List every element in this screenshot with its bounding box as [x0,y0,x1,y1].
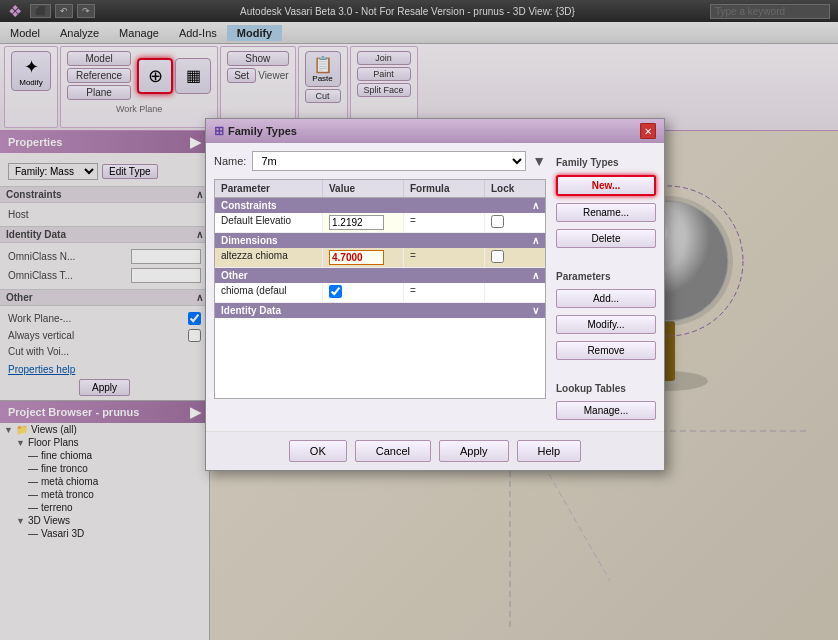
td-formula-elevation: = [404,213,485,232]
td-lock-altezza[interactable] [485,248,545,267]
identity-data-table-section[interactable]: Identity Data ∨ [215,303,545,318]
name-row: Name: 7m ▼ [214,151,546,171]
td-value-chioma[interactable] [323,283,404,302]
help-button[interactable]: Help [517,440,582,462]
other-table-icon: ∧ [532,270,539,281]
identity-data-table-icon: ∨ [532,305,539,316]
dialog-table-area: Name: 7m ▼ Parameter Value Formula Lock … [214,151,546,423]
col-value: Value [323,180,404,197]
td-formula-chioma: = [404,283,485,302]
name-label: Name: [214,155,246,167]
td-value-elevation[interactable] [323,213,404,232]
dimensions-table-label: Dimensions [221,235,278,246]
ok-button[interactable]: OK [289,440,347,462]
dialog-right-panel: Family Types New... Rename... Delete Par… [556,151,656,423]
dialog-titlebar: ⊞ Family Types ✕ [206,119,664,143]
col-formula: Formula [404,180,485,197]
table-header: Parameter Value Formula Lock [215,180,545,198]
table-empty-area [215,318,545,398]
constraints-table-label: Constraints [221,200,277,211]
identity-data-table-label: Identity Data [221,305,281,316]
constraint-row-1: Default Elevatio = [215,213,545,233]
family-types-dialog: ⊞ Family Types ✕ Name: 7m ▼ Parameter Va… [205,118,665,471]
manage-lookup-button[interactable]: Manage... [556,401,656,420]
dialog-icon: ⊞ [214,124,224,138]
modify-param-button[interactable]: Modify... [556,315,656,334]
td-lock-chioma[interactable] [485,283,545,302]
dialog-body: Name: 7m ▼ Parameter Value Formula Lock … [206,143,664,431]
td-lock-elevation[interactable] [485,213,545,232]
name-select[interactable]: 7m [252,151,526,171]
other-table-section[interactable]: Other ∧ [215,268,545,283]
td-formula-altezza: = [404,248,485,267]
td-param-altezza: altezza chioma [215,248,323,267]
dimensions-table-icon: ∧ [532,235,539,246]
other-table-label: Other [221,270,248,281]
lock-elevation-checkbox[interactable] [491,215,504,228]
cancel-button[interactable]: Cancel [355,440,431,462]
delete-type-button[interactable]: Delete [556,229,656,248]
add-param-button[interactable]: Add... [556,289,656,308]
lookup-tables-label: Lookup Tables [556,383,656,394]
remove-param-button[interactable]: Remove [556,341,656,360]
dimensions-table-section[interactable]: Dimensions ∧ [215,233,545,248]
td-param-chioma: chioma (defaul [215,283,323,302]
td-param-elevation: Default Elevatio [215,213,323,232]
dialog-title-text: Family Types [228,125,297,137]
chioma-checkbox[interactable] [329,285,342,298]
col-lock: Lock [485,180,545,197]
apply-button[interactable]: Apply [439,440,509,462]
altezza-input[interactable] [329,250,384,265]
dialog-close-button[interactable]: ✕ [640,123,656,139]
constraints-table-icon: ∧ [532,200,539,211]
lock-altezza-checkbox[interactable] [491,250,504,263]
other-row-1: chioma (defaul = [215,283,545,303]
family-types-label: Family Types [556,157,656,168]
col-parameter: Parameter [215,180,323,197]
dialog-footer: OK Cancel Apply Help [206,431,664,470]
rename-type-button[interactable]: Rename... [556,203,656,222]
constraints-table-section[interactable]: Constraints ∧ [215,198,545,213]
dialog-title-row: ⊞ Family Types [214,124,297,138]
elevation-input[interactable] [329,215,384,230]
dimension-row-1: altezza chioma = [215,248,545,268]
parameters-table: Parameter Value Formula Lock Constraints… [214,179,546,399]
parameters-section-label: Parameters [556,271,656,282]
name-dropdown-icon[interactable]: ▼ [532,153,546,169]
td-value-altezza[interactable] [323,248,404,267]
new-type-button[interactable]: New... [556,175,656,196]
